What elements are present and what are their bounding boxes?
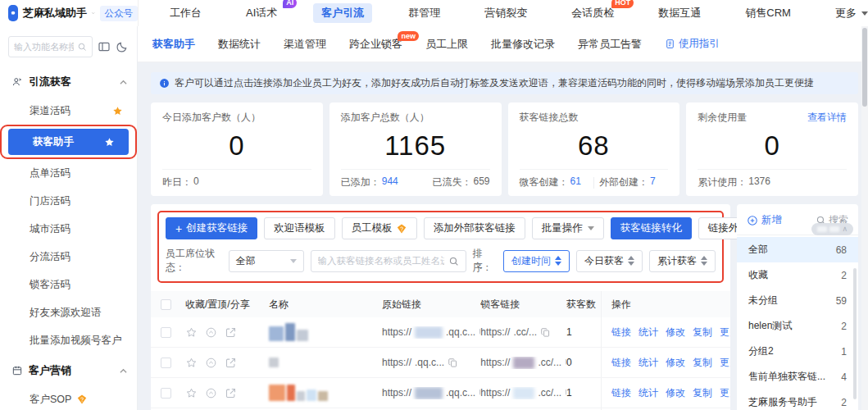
row-checkbox[interactable] (161, 358, 171, 368)
action-3-link[interactable]: 修改 (666, 386, 685, 400)
tab-5[interactable]: 员工上限 (425, 37, 468, 52)
sidebar-item[interactable]: 锁客活码 (0, 271, 137, 298)
nav-item-1[interactable]: 工作台 (161, 3, 210, 23)
group-item-7[interactable]: 芝麻服务号助手2 (737, 390, 858, 410)
toolbar-button-3[interactable]: 员工模板 (342, 217, 417, 239)
group-item-5[interactable]: 分组21 (737, 339, 858, 364)
favorite-star-icon[interactable] (185, 387, 198, 399)
chevron-up-icon[interactable] (120, 79, 127, 86)
nav-item-9[interactable]: 更多 (827, 3, 868, 23)
sidebar-item[interactable]: 分流活码 (0, 243, 137, 271)
tab-1[interactable]: 获客助手 (152, 37, 195, 52)
account-type-tag[interactable]: 公众号 (100, 6, 139, 21)
sidebar-section-1[interactable]: 引流获客 (0, 66, 137, 97)
link-search-box[interactable] (311, 250, 466, 272)
sidebar-item[interactable]: 点单活码 (0, 159, 137, 187)
link-search-input[interactable] (318, 256, 444, 266)
usage-guide-link[interactable]: 使用指引 (665, 37, 720, 51)
action-1-link[interactable]: 链接 (611, 356, 631, 370)
group-item-4[interactable]: helen测试2 (737, 313, 858, 339)
tab-3[interactable]: 渠道管理 (284, 37, 326, 52)
sidebar-search-field[interactable] (14, 42, 74, 52)
nav-item-4[interactable]: 群管理 (400, 3, 448, 23)
pin-top-icon[interactable] (205, 357, 217, 369)
sidebar-item[interactable]: 渠道活码 (0, 97, 137, 125)
toolbar-button-2[interactable]: 欢迎语模板 (264, 217, 335, 239)
favorite-star-icon[interactable] (185, 357, 198, 369)
toolbar-button-1[interactable]: +创建获客链接 (166, 217, 257, 239)
seat-status-select[interactable]: 全部 (229, 250, 304, 272)
redacted-block (415, 387, 443, 399)
toolbar-button-6[interactable]: 获客链接转化 (611, 217, 692, 239)
sidebar-item[interactable]: 城市活码 (0, 215, 137, 243)
action-2-link[interactable]: 统计 (639, 326, 658, 339)
search-icon[interactable] (77, 42, 87, 52)
action-3-link[interactable]: 修改 (666, 356, 685, 370)
action-5-link[interactable]: 更多 (720, 386, 730, 400)
chevron-up-icon[interactable] (120, 367, 127, 375)
sidebar-item[interactable]: 门店活码 (0, 187, 137, 215)
action-3-link[interactable]: 修改 (666, 326, 685, 339)
share-link-icon[interactable] (225, 387, 237, 399)
floating-collapse-pill[interactable]: ∧ (811, 223, 853, 235)
action-5-link[interactable]: 更多 (720, 326, 730, 339)
group-item-6[interactable]: 售前单独获客链...4 (737, 364, 858, 390)
toolbar-button-5[interactable]: 批量操作 (532, 217, 604, 239)
action-5-link[interactable]: 更多 (720, 356, 730, 370)
add-group-button[interactable]: 新增 (747, 213, 782, 227)
pin-top-icon[interactable] (205, 387, 217, 399)
action-1-link[interactable]: 链接 (611, 326, 631, 339)
row-checkbox[interactable] (161, 388, 171, 399)
action-4-link[interactable]: 复制 (693, 356, 712, 370)
row-checkbox[interactable] (161, 327, 171, 338)
action-4-link[interactable]: 复制 (693, 326, 712, 339)
tab-4[interactable]: 跨企业锁客new (349, 37, 402, 52)
group-list-scrollbar[interactable] (853, 268, 857, 399)
search-icon[interactable] (448, 256, 459, 266)
group-item-3[interactable]: 未分组59 (737, 288, 858, 313)
copy-icon[interactable] (540, 327, 551, 338)
nav-item-8[interactable]: 销售CRM (737, 3, 799, 23)
sorter-2[interactable]: 今日获客 (576, 250, 643, 272)
star-icon[interactable] (111, 105, 124, 117)
tab-7[interactable]: 异常员工告警 (578, 37, 642, 52)
pin-top-icon[interactable] (205, 326, 217, 339)
nav-item-3[interactable]: 客户引流 (313, 3, 372, 23)
page-scrollbar[interactable] (861, 26, 868, 410)
page-scrollbar-thumb[interactable] (862, 28, 867, 107)
sidebar-item[interactable]: 好友来源欢迎语 (0, 298, 137, 326)
sidebar-item-label: 好友来源欢迎语 (30, 306, 102, 320)
copy-icon[interactable] (448, 358, 458, 368)
tab-2[interactable]: 数据统计 (218, 37, 261, 52)
group-item-2[interactable]: 收藏2 (737, 262, 858, 288)
nav-item-5[interactable]: 营销裂变 (476, 3, 535, 23)
sidebar-search-input[interactable] (8, 36, 93, 57)
action-2-link[interactable]: 统计 (639, 356, 658, 370)
favorite-star-icon[interactable] (185, 326, 198, 339)
moon-icon[interactable] (116, 40, 129, 53)
star-icon[interactable] (103, 136, 116, 148)
toolbar-button-4[interactable]: 添加外部获客链接 (424, 217, 525, 239)
sidebar-section-2[interactable]: 客户营销 (0, 354, 137, 385)
action-4-link[interactable]: 复制 (693, 386, 712, 400)
sidebar-item-huoke-zhushou[interactable]: 获客助手 (8, 129, 129, 155)
sidebar-item[interactable]: 批量添加视频号客户 (0, 326, 137, 354)
share-link-icon[interactable] (225, 326, 237, 339)
nav-item-6[interactable]: 会话质检HOT (563, 3, 622, 23)
action-2-link[interactable]: 统计 (639, 386, 658, 400)
select-all-checkbox[interactable] (161, 299, 171, 310)
chevron-down-icon[interactable] (92, 10, 94, 16)
share-link-icon[interactable] (225, 357, 237, 369)
sorter-1[interactable]: 创建时间 (503, 250, 570, 272)
nav-item-label: 会话质检 (571, 6, 614, 20)
nav-item-2[interactable]: AI话术AI (238, 3, 285, 23)
brand: 芝麻私域助手 公众号 (8, 5, 138, 21)
sidebar-item[interactable]: 客户SOP (0, 385, 137, 410)
panel-toggle-icon[interactable] (98, 40, 111, 53)
nav-item-7[interactable]: 数据互通 (650, 3, 709, 23)
group-item-1[interactable]: 全部68 (737, 237, 858, 262)
sorter-3[interactable]: 累计获客 (649, 250, 716, 272)
action-1-link[interactable]: 链接 (611, 386, 631, 400)
view-details-link[interactable]: 查看详情 (807, 111, 847, 125)
tab-6[interactable]: 批量修改记录 (491, 37, 555, 52)
